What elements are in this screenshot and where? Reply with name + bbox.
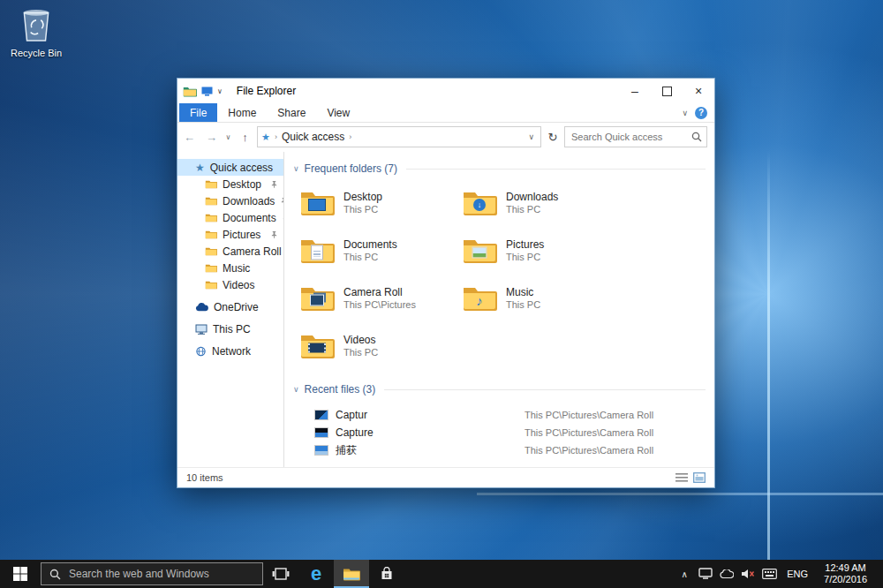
tab-share[interactable]: Share	[267, 103, 316, 122]
taskbar-search-box[interactable]	[41, 562, 263, 585]
content-pane: ∨ Frequent folders (7) Desktop This PC	[284, 152, 714, 467]
sidebar-item-onedrive[interactable]: OneDrive	[177, 298, 283, 315]
sidebar-item-label: Camera Roll	[223, 245, 282, 258]
forward-button[interactable]: →	[201, 131, 222, 144]
language-indicator[interactable]: ENG	[780, 569, 815, 579]
recent-files-header[interactable]: ∨ Recent files (3)	[293, 381, 709, 397]
sidebar-item-music[interactable]: Music	[177, 260, 283, 276]
recent-file-row[interactable]: 捕获 This PC\Pictures\Camera Roll	[293, 441, 709, 459]
tray-chevron-up-icon[interactable]: ∧	[674, 569, 695, 579]
folder-tile-camera-roll[interactable]: Camera Roll This PC\Pictures	[298, 283, 461, 320]
folder-location: This PC	[506, 251, 544, 263]
large-icons-view-button[interactable]	[693, 472, 706, 483]
sidebar-item-label: Pictures	[223, 229, 260, 241]
up-button[interactable]: ↑	[235, 131, 255, 144]
address-dropdown-icon[interactable]: ∨	[525, 132, 537, 141]
sidebar-item-documents[interactable]: Documents	[177, 209, 283, 226]
help-icon[interactable]: ?	[695, 107, 707, 119]
downloads-folder-icon: ↓	[462, 188, 497, 216]
quick-access-toolbar: ∨	[183, 86, 223, 97]
recent-file-row[interactable]: Captur This PC\Pictures\Camera Roll	[293, 406, 709, 424]
breadcrumb[interactable]: Quick access	[282, 131, 344, 143]
properties-icon[interactable]	[201, 87, 213, 96]
group-rule	[406, 169, 706, 170]
folder-tile-downloads[interactable]: ↓ Downloads This PC	[461, 187, 623, 224]
recent-file-path: This PC\Pictures\Camera Roll	[525, 445, 653, 456]
taskbar-clock[interactable]: 12:49 AM 7/20/2016	[815, 562, 876, 585]
close-button[interactable]: ×	[683, 79, 714, 103]
collapse-group-icon[interactable]: ∨	[293, 164, 299, 173]
network-globe-icon	[195, 346, 207, 357]
quick-access-star-icon: ★	[195, 162, 205, 173]
minimize-button[interactable]: –	[619, 79, 651, 103]
recycle-bin-desktop-icon[interactable]: Recycle Bin	[7, 5, 65, 58]
sidebar-item-downloads[interactable]: Downloads	[177, 192, 283, 209]
folder-tile-videos[interactable]: Videos This PC	[298, 330, 461, 367]
frequent-folders-grid: Desktop This PC ↓ Downloads This PC	[298, 187, 709, 367]
pictures-folder-icon	[462, 236, 497, 264]
taskbar-search-input[interactable]	[67, 567, 254, 581]
folder-location: This PC	[343, 203, 382, 215]
recent-file-name: 捕获	[336, 443, 525, 458]
recent-file-name: Capture	[336, 426, 525, 439]
recent-file-name: Captur	[336, 409, 525, 421]
file-explorer-taskbar-button[interactable]	[334, 560, 369, 588]
back-button[interactable]: ←	[179, 131, 200, 144]
sidebar-item-quick-access[interactable]: ★ Quick access	[177, 159, 283, 176]
sidebar-item-camera-roll[interactable]: Camera Roll	[177, 243, 283, 260]
task-view-button[interactable]	[263, 560, 298, 588]
breadcrumb-chevron-icon[interactable]: ›	[349, 132, 351, 141]
sidebar-item-videos[interactable]: Videos	[177, 276, 283, 293]
recent-locations-icon[interactable]: ∨	[223, 133, 233, 141]
expand-ribbon-icon[interactable]: ∨	[682, 109, 688, 117]
file-thumbnail-icon	[314, 445, 328, 456]
folder-location: This PC\Pictures	[343, 298, 416, 311]
maximize-button[interactable]	[651, 79, 683, 103]
folder-icon	[205, 230, 217, 239]
store-button[interactable]	[369, 560, 404, 588]
edge-icon: e	[311, 564, 321, 584]
details-view-button[interactable]	[675, 472, 688, 483]
customize-toolbar-icon[interactable]: ∨	[217, 87, 223, 95]
folder-tile-documents[interactable]: Documents This PC	[298, 235, 461, 272]
volume-muted-icon[interactable]	[737, 568, 758, 580]
ribbon-tabs: File Home Share View ∨ ?	[177, 103, 714, 123]
folder-tile-desktop[interactable]: Desktop This PC	[298, 187, 461, 224]
desktop-folder-icon	[299, 188, 335, 216]
explorer-search-box[interactable]	[564, 126, 707, 147]
breadcrumb-chevron-icon[interactable]: ›	[275, 132, 277, 141]
sidebar-item-desktop[interactable]: Desktop	[177, 176, 283, 192]
address-bar[interactable]: ★ › Quick access › ∨	[257, 126, 541, 147]
clock-date: 7/20/2016	[824, 574, 867, 584]
folder-name: Music	[506, 286, 540, 298]
start-button[interactable]	[0, 560, 41, 588]
tab-home[interactable]: Home	[217, 103, 267, 122]
recent-file-row[interactable]: Capture This PC\Pictures\Camera Roll	[293, 424, 709, 441]
folder-name: Videos	[343, 334, 378, 346]
folder-icon	[205, 196, 217, 206]
window-title: File Explorer	[237, 85, 296, 97]
edge-button[interactable]: e	[298, 560, 334, 588]
sidebar-item-label: Documents	[223, 212, 276, 224]
sidebar-item-pictures[interactable]: Pictures	[177, 226, 283, 243]
folder-tile-music[interactable]: ♪ Music This PC	[461, 283, 623, 320]
camera-roll-folder-icon	[299, 283, 335, 312]
display-icon[interactable]	[695, 568, 716, 580]
refresh-button[interactable]: ↻	[543, 131, 562, 144]
pin-icon	[270, 180, 278, 188]
titlebar[interactable]: ∨ File Explorer – ×	[177, 79, 714, 103]
tab-file[interactable]: File	[179, 103, 217, 122]
folder-tile-pictures[interactable]: Pictures This PC	[461, 235, 623, 272]
windows-logo-icon	[13, 567, 27, 581]
touch-keyboard-icon[interactable]	[758, 569, 780, 579]
tab-view[interactable]: View	[316, 103, 360, 122]
music-folder-icon: ♪	[462, 283, 497, 312]
sidebar-item-label: Downloads	[223, 195, 275, 207]
onedrive-tray-icon[interactable]	[716, 569, 737, 578]
sidebar-item-this-pc[interactable]: This PC	[177, 320, 283, 337]
collapse-group-icon[interactable]: ∨	[293, 385, 299, 394]
sidebar-item-network[interactable]: Network	[177, 343, 283, 359]
task-view-icon	[272, 567, 290, 581]
explorer-search-input[interactable]	[570, 131, 688, 143]
frequent-folders-header[interactable]: ∨ Frequent folders (7)	[293, 161, 709, 177]
